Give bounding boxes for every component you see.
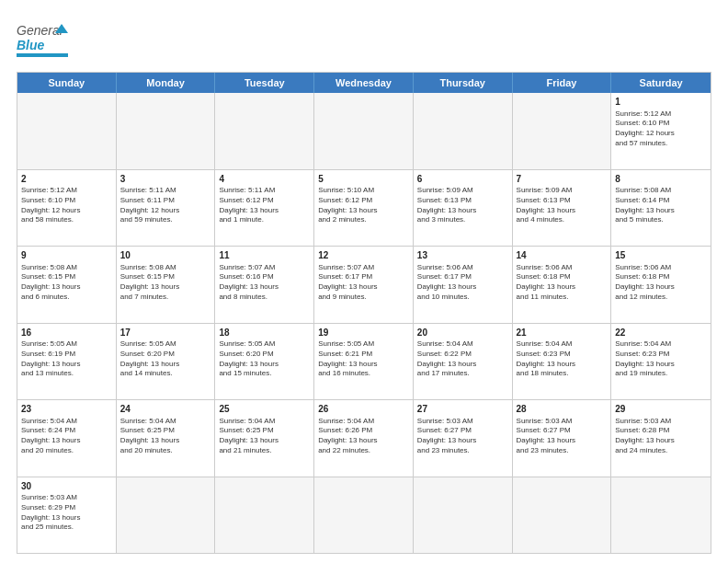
header-day-friday: Friday bbox=[513, 73, 612, 93]
day-info: Sunrise: 5:03 AM Sunset: 6:27 PM Dayligh… bbox=[417, 417, 508, 456]
day-number: 26 bbox=[318, 403, 409, 416]
calendar: SundayMondayTuesdayWednesdayThursdayFrid… bbox=[17, 72, 711, 554]
day-number: 30 bbox=[21, 480, 112, 493]
day-info: Sunrise: 5:04 AM Sunset: 6:23 PM Dayligh… bbox=[517, 339, 608, 379]
day-number: 15 bbox=[615, 249, 707, 262]
day-info: Sunrise: 5:07 AM Sunset: 6:17 PM Dayligh… bbox=[318, 263, 409, 303]
day-cell-2: 2Sunrise: 5:12 AM Sunset: 6:10 PM Daylig… bbox=[17, 170, 117, 247]
day-cell-22: 22Sunrise: 5:04 AM Sunset: 6:23 PM Dayli… bbox=[611, 324, 711, 400]
day-cell-9: 9Sunrise: 5:08 AM Sunset: 6:15 PM Daylig… bbox=[17, 247, 117, 323]
header-day-thursday: Thursday bbox=[414, 73, 513, 93]
day-cell-10: 10Sunrise: 5:08 AM Sunset: 6:15 PM Dayli… bbox=[117, 247, 216, 323]
empty-cell bbox=[215, 93, 314, 169]
day-number: 7 bbox=[517, 173, 608, 186]
day-cell-26: 26Sunrise: 5:04 AM Sunset: 6:26 PM Dayli… bbox=[314, 400, 414, 477]
day-cell-28: 28Sunrise: 5:03 AM Sunset: 6:27 PM Dayli… bbox=[513, 400, 612, 477]
empty-cell bbox=[117, 93, 216, 169]
day-info: Sunrise: 5:06 AM Sunset: 6:17 PM Dayligh… bbox=[417, 263, 508, 303]
day-number: 4 bbox=[219, 173, 310, 186]
day-info: Sunrise: 5:04 AM Sunset: 6:25 PM Dayligh… bbox=[219, 417, 310, 456]
day-info: Sunrise: 5:04 AM Sunset: 6:25 PM Dayligh… bbox=[120, 417, 211, 456]
empty-cell bbox=[314, 477, 414, 554]
day-number: 13 bbox=[417, 249, 508, 262]
calendar-header: SundayMondayTuesdayWednesdayThursdayFrid… bbox=[17, 73, 711, 93]
calendar-body: 1Sunrise: 5:12 AM Sunset: 6:10 PM Daylig… bbox=[17, 93, 711, 553]
day-number: 9 bbox=[21, 249, 112, 262]
day-cell-18: 18Sunrise: 5:05 AM Sunset: 6:20 PM Dayli… bbox=[215, 324, 314, 400]
day-cell-13: 13Sunrise: 5:06 AM Sunset: 6:17 PM Dayli… bbox=[414, 247, 513, 323]
day-number: 10 bbox=[120, 249, 211, 262]
day-info: Sunrise: 5:11 AM Sunset: 6:12 PM Dayligh… bbox=[219, 186, 310, 225]
empty-cell bbox=[513, 477, 612, 554]
day-info: Sunrise: 5:12 AM Sunset: 6:10 PM Dayligh… bbox=[21, 186, 112, 225]
day-cell-29: 29Sunrise: 5:03 AM Sunset: 6:28 PM Dayli… bbox=[611, 400, 711, 477]
day-info: Sunrise: 5:05 AM Sunset: 6:20 PM Dayligh… bbox=[219, 339, 310, 379]
empty-cell bbox=[611, 477, 711, 554]
calendar-week-5: 23Sunrise: 5:04 AM Sunset: 6:24 PM Dayli… bbox=[17, 399, 711, 477]
day-info: Sunrise: 5:11 AM Sunset: 6:11 PM Dayligh… bbox=[120, 186, 211, 225]
day-number: 19 bbox=[318, 327, 409, 339]
day-cell-6: 6Sunrise: 5:09 AM Sunset: 6:13 PM Daylig… bbox=[414, 170, 513, 247]
calendar-week-6: 30Sunrise: 5:03 AM Sunset: 6:29 PM Dayli… bbox=[17, 477, 711, 554]
calendar-week-2: 2Sunrise: 5:12 AM Sunset: 6:10 PM Daylig… bbox=[17, 169, 711, 247]
day-info: Sunrise: 5:03 AM Sunset: 6:27 PM Dayligh… bbox=[517, 417, 608, 456]
day-cell-15: 15Sunrise: 5:06 AM Sunset: 6:18 PM Dayli… bbox=[611, 247, 711, 323]
day-cell-17: 17Sunrise: 5:05 AM Sunset: 6:20 PM Dayli… bbox=[117, 324, 216, 400]
day-number: 28 bbox=[517, 403, 608, 416]
day-cell-4: 4Sunrise: 5:11 AM Sunset: 6:12 PM Daylig… bbox=[215, 170, 314, 247]
day-number: 3 bbox=[120, 173, 211, 186]
day-number: 12 bbox=[318, 249, 409, 262]
day-cell-8: 8Sunrise: 5:08 AM Sunset: 6:14 PM Daylig… bbox=[611, 170, 711, 247]
day-cell-7: 7Sunrise: 5:09 AM Sunset: 6:13 PM Daylig… bbox=[513, 170, 612, 247]
day-number: 18 bbox=[219, 327, 310, 339]
day-number: 17 bbox=[120, 327, 211, 339]
day-cell-16: 16Sunrise: 5:05 AM Sunset: 6:19 PM Dayli… bbox=[17, 324, 117, 400]
day-cell-21: 21Sunrise: 5:04 AM Sunset: 6:23 PM Dayli… bbox=[513, 324, 612, 400]
svg-rect-3 bbox=[17, 53, 68, 57]
day-number: 6 bbox=[417, 173, 508, 186]
day-cell-25: 25Sunrise: 5:04 AM Sunset: 6:25 PM Dayli… bbox=[215, 400, 314, 477]
day-number: 21 bbox=[517, 327, 608, 339]
day-number: 29 bbox=[615, 403, 707, 416]
calendar-week-4: 16Sunrise: 5:05 AM Sunset: 6:19 PM Dayli… bbox=[17, 323, 711, 400]
day-number: 24 bbox=[120, 403, 211, 416]
page-header: General Blue bbox=[17, 17, 711, 64]
svg-text:Blue: Blue bbox=[17, 38, 45, 52]
empty-cell bbox=[17, 93, 117, 169]
svg-text:General: General bbox=[17, 23, 63, 38]
day-number: 23 bbox=[21, 403, 112, 416]
day-info: Sunrise: 5:06 AM Sunset: 6:18 PM Dayligh… bbox=[517, 263, 608, 303]
day-info: Sunrise: 5:08 AM Sunset: 6:14 PM Dayligh… bbox=[615, 186, 707, 225]
day-info: Sunrise: 5:03 AM Sunset: 6:29 PM Dayligh… bbox=[21, 493, 112, 533]
header-day-wednesday: Wednesday bbox=[314, 73, 414, 93]
empty-cell bbox=[314, 93, 414, 169]
day-number: 22 bbox=[615, 327, 707, 339]
day-number: 1 bbox=[615, 96, 707, 109]
empty-cell bbox=[215, 477, 314, 554]
day-number: 5 bbox=[318, 173, 409, 186]
day-number: 16 bbox=[21, 327, 112, 339]
day-number: 27 bbox=[417, 403, 508, 416]
day-cell-19: 19Sunrise: 5:05 AM Sunset: 6:21 PM Dayli… bbox=[314, 324, 414, 400]
day-cell-5: 5Sunrise: 5:10 AM Sunset: 6:12 PM Daylig… bbox=[314, 170, 414, 247]
header-day-saturday: Saturday bbox=[611, 73, 711, 93]
day-info: Sunrise: 5:04 AM Sunset: 6:24 PM Dayligh… bbox=[21, 417, 112, 456]
day-info: Sunrise: 5:08 AM Sunset: 6:15 PM Dayligh… bbox=[120, 263, 211, 303]
generalblue-logo: General Blue bbox=[17, 17, 70, 64]
day-number: 25 bbox=[219, 403, 310, 416]
header-day-sunday: Sunday bbox=[17, 73, 117, 93]
day-info: Sunrise: 5:09 AM Sunset: 6:13 PM Dayligh… bbox=[417, 186, 508, 225]
day-cell-3: 3Sunrise: 5:11 AM Sunset: 6:11 PM Daylig… bbox=[117, 170, 216, 247]
day-info: Sunrise: 5:12 AM Sunset: 6:10 PM Dayligh… bbox=[615, 109, 707, 149]
day-info: Sunrise: 5:04 AM Sunset: 6:23 PM Dayligh… bbox=[615, 339, 707, 379]
calendar-week-3: 9Sunrise: 5:08 AM Sunset: 6:15 PM Daylig… bbox=[17, 246, 711, 323]
logo: General Blue bbox=[17, 17, 70, 64]
day-info: Sunrise: 5:06 AM Sunset: 6:18 PM Dayligh… bbox=[615, 263, 707, 303]
day-cell-23: 23Sunrise: 5:04 AM Sunset: 6:24 PM Dayli… bbox=[17, 400, 117, 477]
day-number: 8 bbox=[615, 173, 707, 186]
day-cell-1: 1Sunrise: 5:12 AM Sunset: 6:10 PM Daylig… bbox=[611, 93, 711, 169]
day-cell-24: 24Sunrise: 5:04 AM Sunset: 6:25 PM Dayli… bbox=[117, 400, 216, 477]
day-info: Sunrise: 5:09 AM Sunset: 6:13 PM Dayligh… bbox=[517, 186, 608, 225]
day-number: 11 bbox=[219, 249, 310, 262]
day-info: Sunrise: 5:04 AM Sunset: 6:22 PM Dayligh… bbox=[417, 339, 508, 379]
